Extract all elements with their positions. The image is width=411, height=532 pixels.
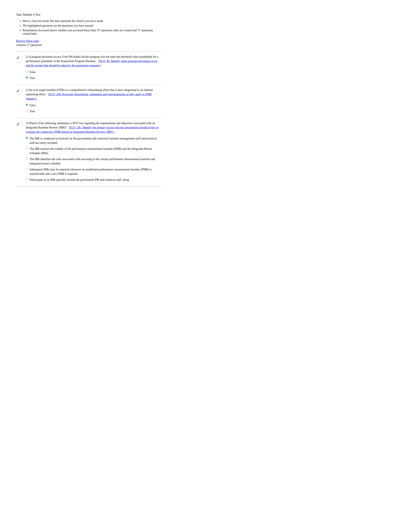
radio-q2-false[interactable]: [26, 104, 28, 106]
label-q2-true: True: [29, 109, 35, 114]
answer-option-q3-e: Participants in an IBR typically include…: [26, 178, 161, 182]
label-q3-a: The IBR is conducted exclusively by the …: [29, 136, 161, 145]
question-block-2: ✓ 2) An over-target baseline (OTB) is a …: [16, 85, 161, 118]
intro-item-3: Remediation Accessed shows whether you a…: [23, 29, 161, 36]
contains-label: contains 27 Questions: [16, 43, 161, 47]
intro-item-2: The highlighted questions are the questi…: [23, 24, 161, 28]
back-to-status-link[interactable]: Back to Status page: [16, 39, 161, 43]
question-block-3: ✓ 3) Which of the following statements i…: [16, 118, 161, 187]
label-q3-d: Subsequent IBRs may be required whenever…: [29, 167, 161, 176]
radio-q3-b[interactable]: [26, 147, 28, 149]
answer-option-q1-false: False: [26, 70, 161, 74]
question-text-2: 2) An over-target baseline (OTB) is a co…: [26, 88, 161, 101]
question-block-1: ✓ 1) A program deviation occurs if the P…: [16, 52, 161, 85]
question-text-3: 3) Which of the following statements is …: [26, 121, 161, 134]
radio-q3-e[interactable]: [26, 178, 28, 180]
radio-q3-a[interactable]: [26, 137, 28, 139]
correct-checkmark-3: ✓: [16, 122, 20, 127]
questions-container: ✓ 1) A program deviation occurs if the P…: [16, 52, 161, 187]
correct-checkmark-2: ✓: [16, 88, 20, 94]
label-q1-false: False: [29, 70, 36, 74]
label-q2-false: False: [29, 103, 36, 107]
answer-option-q1-true: True: [26, 76, 161, 80]
intro-list: Here is your test result.The dots repres…: [23, 19, 161, 36]
label-q1-true: True: [29, 76, 35, 80]
question-text-1: 1) A program deviation occurs if the PM …: [26, 55, 161, 68]
page-title: Take Module 4 Test: [16, 13, 161, 17]
label-q3-b: The IBR assesses the validity of the per…: [29, 147, 161, 155]
radio-q1-true[interactable]: [26, 76, 28, 78]
answer-option-q3-d: Subsequent IBRs may be required whenever…: [26, 167, 161, 176]
intro-item-1: Here is your test result.The dots repres…: [23, 19, 161, 23]
radio-q1-false[interactable]: [26, 70, 28, 73]
answer-option-q3-c: The IBR identifies the risks associated …: [26, 157, 161, 166]
answer-option-q3-a: The IBR is conducted exclusively by the …: [26, 136, 161, 145]
label-q3-c: The IBR identifies the risks associated …: [29, 157, 161, 166]
answer-option-q3-b: The IBR assesses the validity of the per…: [26, 147, 161, 155]
radio-q3-d[interactable]: [26, 168, 28, 170]
radio-q2-true[interactable]: [26, 110, 28, 112]
label-q3-e: Participants in an IBR typically include…: [29, 178, 129, 182]
answer-option-q2-true: True: [26, 109, 161, 114]
correct-checkmark-1: ✓: [16, 55, 20, 61]
answer-option-q2-false: False: [26, 103, 161, 107]
radio-q3-c[interactable]: [26, 158, 28, 160]
